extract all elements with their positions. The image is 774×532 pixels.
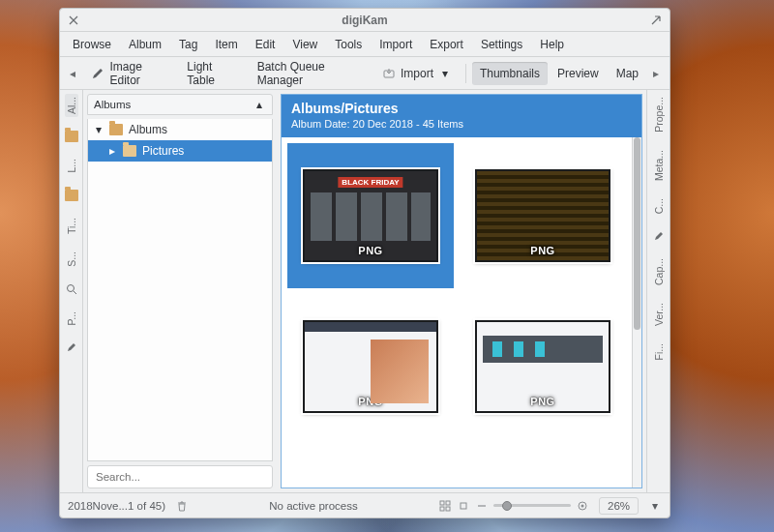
svg-rect-4 xyxy=(440,507,444,511)
chevron-up-icon: ▴ xyxy=(253,98,266,111)
svg-rect-3 xyxy=(446,501,450,505)
menu-settings[interactable]: Settings xyxy=(474,35,529,54)
breadcrumb: Albums/Pictures xyxy=(291,101,632,116)
app-window: digiKam Browse Album Tag Item Edit View … xyxy=(59,8,670,518)
right-tab-metadata[interactable]: Meta... xyxy=(652,147,666,184)
menu-view[interactable]: View xyxy=(285,35,324,54)
folder-icon xyxy=(64,129,79,144)
svg-point-9 xyxy=(580,504,583,507)
menu-edit[interactable]: Edit xyxy=(249,35,283,54)
thumb-small-icon[interactable] xyxy=(457,499,470,513)
thumbnail-item[interactable]: PNG xyxy=(287,143,454,288)
chevron-down-icon: ▾ xyxy=(438,67,452,80)
thumbnail-image: PNG xyxy=(475,169,610,262)
right-tab-versions[interactable]: Ver... xyxy=(652,300,666,329)
body: Al... L... Ti... S... P... Albums ▴ ▾ Al… xyxy=(60,90,670,492)
status-bar: 2018Nove...1 of 45) No active process 26… xyxy=(60,492,670,517)
menu-item[interactable]: Item xyxy=(208,35,244,54)
menu-browse[interactable]: Browse xyxy=(66,35,118,54)
thumbnail-grid: PNG PNG PNG xyxy=(282,137,632,488)
expand-icon[interactable]: ▾ xyxy=(96,123,104,136)
zoom-value-box[interactable]: 26% xyxy=(599,497,639,515)
image-editor-label: Image Editor xyxy=(109,60,167,87)
left-tab-strip: Al... L... Ti... S... P... xyxy=(60,90,83,492)
right-tab-properties[interactable]: Prope... xyxy=(652,94,666,135)
vertical-scrollbar[interactable] xyxy=(632,137,641,488)
left-tab-labels[interactable]: L... xyxy=(65,156,78,176)
folder-icon xyxy=(64,188,79,203)
import-label: Import xyxy=(401,67,433,80)
right-tab-colors[interactable]: C... xyxy=(652,195,666,217)
menu-album[interactable]: Album xyxy=(122,35,168,54)
pencil-icon xyxy=(651,228,667,244)
svg-rect-2 xyxy=(440,501,444,505)
tree-label: Pictures xyxy=(142,144,184,158)
close-button[interactable] xyxy=(66,13,81,28)
svg-rect-6 xyxy=(461,503,466,509)
maximize-button[interactable] xyxy=(648,13,664,28)
format-badge: PNG xyxy=(530,396,554,407)
left-tab-timeline[interactable]: Ti... xyxy=(65,215,78,237)
menu-tag[interactable]: Tag xyxy=(172,35,204,54)
right-tab-captions[interactable]: Cap... xyxy=(652,255,666,288)
chevron-down-icon[interactable]: ▾ xyxy=(648,499,662,513)
tree-row-albums[interactable]: ▾ Albums xyxy=(88,119,272,140)
thumbnail-image: PNG xyxy=(303,320,438,413)
search-input[interactable] xyxy=(94,470,266,484)
status-process: No active process xyxy=(269,500,357,512)
left-tab-search[interactable]: S... xyxy=(65,249,78,270)
search-icon xyxy=(64,281,79,297)
view-thumbnails-button[interactable]: Thumbnails xyxy=(472,62,548,85)
toolbar-scroll-left[interactable]: ◂ xyxy=(66,67,79,80)
trash-icon[interactable] xyxy=(175,499,189,513)
svg-rect-7 xyxy=(478,505,486,506)
album-subtitle: Album Date: 20 Dec 2018 - 45 Items xyxy=(291,118,632,130)
light-table-button[interactable]: Light Table xyxy=(179,55,245,92)
menu-import[interactable]: Import xyxy=(372,35,419,54)
main-area: Albums/Pictures Album Date: 20 Dec 2018 … xyxy=(277,90,646,492)
sort-icon[interactable] xyxy=(438,499,452,513)
thumbnail-image: PNG xyxy=(475,320,610,413)
view-preview-button[interactable]: Preview xyxy=(550,62,607,85)
toolbar-separator xyxy=(465,64,466,83)
scrollbar-thumb[interactable] xyxy=(634,137,640,330)
thumbnail-item[interactable]: PNG xyxy=(460,143,626,288)
left-tab-albums[interactable]: Al... xyxy=(65,94,78,117)
zoom-out-icon[interactable] xyxy=(475,499,489,513)
sidebar-title: Albums xyxy=(94,99,131,110)
folder-icon xyxy=(123,145,136,157)
thumbnail-item[interactable]: PNG xyxy=(460,294,626,439)
batch-queue-button[interactable]: Batch Queue Manager xyxy=(250,55,371,92)
zoom-slider[interactable] xyxy=(493,504,571,507)
zoom-fit-icon[interactable] xyxy=(576,499,589,513)
menu-export[interactable]: Export xyxy=(423,35,470,54)
sidebar: Albums ▴ ▾ Albums ▸ Pictures xyxy=(83,90,277,492)
right-tab-strip: Prope... Meta... C... Cap... Ver... Fi..… xyxy=(646,90,670,492)
import-button[interactable]: Import ▾ xyxy=(374,62,460,85)
thumbnail-item[interactable]: PNG xyxy=(287,294,454,439)
sidebar-header[interactable]: Albums ▴ xyxy=(87,94,273,115)
menu-help[interactable]: Help xyxy=(533,35,571,54)
view-map-button[interactable]: Map xyxy=(609,62,646,85)
titlebar: digiKam xyxy=(60,9,670,32)
thumbnail-panel: Albums/Pictures Album Date: 20 Dec 2018 … xyxy=(281,94,642,488)
right-tab-filters[interactable]: Fi... xyxy=(652,340,666,364)
image-editor-button[interactable]: Image Editor xyxy=(83,55,175,92)
search-box[interactable] xyxy=(87,465,273,488)
tree-row-pictures[interactable]: ▸ Pictures xyxy=(88,140,272,162)
window-title: digiKam xyxy=(81,14,648,27)
folder-icon xyxy=(109,124,123,135)
left-tab-people[interactable]: P... xyxy=(65,309,78,328)
slider-knob[interactable] xyxy=(502,501,512,511)
menu-tools[interactable]: Tools xyxy=(328,35,369,54)
expand-icon[interactable]: ▸ xyxy=(109,144,117,158)
pencil-icon xyxy=(91,67,104,80)
format-badge: PNG xyxy=(530,245,554,256)
pencil-icon xyxy=(64,340,79,355)
menubar: Browse Album Tag Item Edit View Tools Im… xyxy=(60,32,670,57)
status-file-hint: 2018Nove...1 of 45) xyxy=(68,500,165,512)
tree-label: Albums xyxy=(129,123,167,136)
format-badge: PNG xyxy=(358,245,382,256)
thumbnail-header: Albums/Pictures Album Date: 20 Dec 2018 … xyxy=(282,95,641,137)
toolbar-scroll-right[interactable]: ▸ xyxy=(648,67,664,80)
